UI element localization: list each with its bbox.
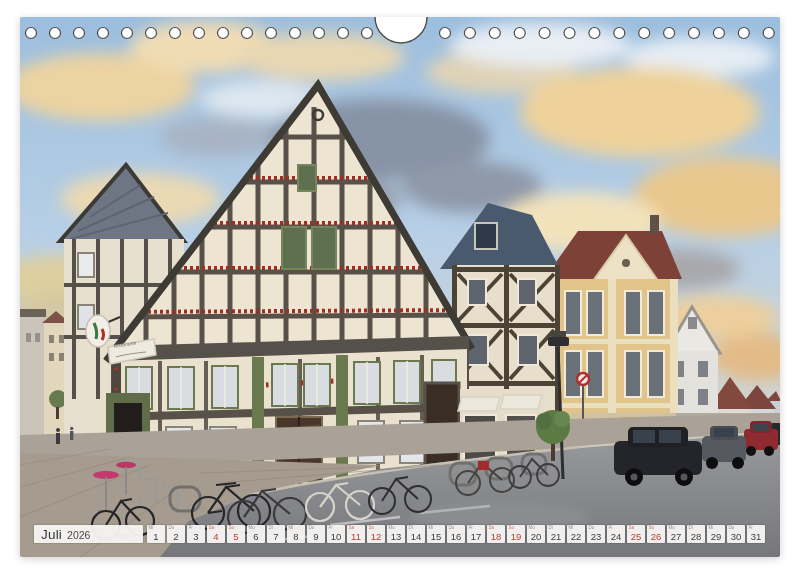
calendar-photo: Ristorante [20,17,780,557]
day-cell: So 26 [647,525,665,543]
day-number: 23 [587,532,605,542]
weekday-abbr: Sa [629,526,635,531]
day-cell: Sa 11 [347,525,365,543]
day-cell: Mo 13 [387,525,405,543]
day-number: 4 [207,532,225,542]
day-number: 1 [147,532,165,542]
weekday-abbr: Mo [669,526,675,531]
weekday-abbr: Do [729,526,735,531]
day-number: 20 [527,532,545,542]
month-label-box: Juli 2026 [34,525,143,543]
weekday-abbr: So [369,526,375,531]
day-cell: Sa 18 [487,525,505,543]
day-cell: Fr 3 [187,525,205,543]
weekday-abbr: So [229,526,235,531]
weekday-abbr: Mi [709,526,714,531]
day-cell: Do 16 [447,525,465,543]
day-number: 26 [647,532,665,542]
weekday-abbr: Do [309,526,315,531]
weekday-abbr: Mo [249,526,255,531]
day-number: 22 [567,532,585,542]
day-cell: Mo 27 [667,525,685,543]
awning [458,397,500,411]
day-cell: Mi 8 [287,525,305,543]
day-cell: Mi 29 [707,525,725,543]
day-number: 31 [747,532,765,542]
weekday-abbr: Di [269,526,273,531]
month-name: Juli [41,527,62,542]
day-cell: Fr 17 [467,525,485,543]
day-number: 5 [227,532,245,542]
weekday-abbr: Di [409,526,413,531]
day-number: 19 [507,532,525,542]
day-cell: So 5 [227,525,245,543]
day-cell: Mo 6 [247,525,265,543]
red-pannier [478,461,489,470]
day-number: 25 [627,532,645,542]
day-number: 10 [327,532,345,542]
day-cell: Mo 20 [527,525,545,543]
calendar-strip: Juli 2026 Mi 1 Do 2 Fr 3 Sa 4 So 5 Mo 6 … [34,525,765,543]
day-number: 6 [247,532,265,542]
day-cell: Fr 10 [327,525,345,543]
weekday-abbr: So [649,526,655,531]
day-number: 12 [367,532,385,542]
weekday-abbr: Do [449,526,455,531]
day-number: 11 [347,532,365,542]
day-number: 15 [427,532,445,542]
weekday-abbr: Mi [429,526,434,531]
day-number: 21 [547,532,565,542]
weekday-abbr: Fr [749,526,753,531]
day-number: 29 [707,532,725,542]
day-cell: Di 14 [407,525,425,543]
day-cell: Di 7 [267,525,285,543]
day-number: 14 [407,532,425,542]
day-cell: Mi 1 [147,525,165,543]
day-cell: Fr 31 [747,525,765,543]
day-number: 27 [667,532,685,542]
year-label: 2026 [67,529,90,541]
day-cell: Do 2 [167,525,185,543]
day-cell: Sa 4 [207,525,225,543]
weekday-abbr: Di [549,526,553,531]
day-number: 24 [607,532,625,542]
day-number: 18 [487,532,505,542]
weekday-abbr: Di [689,526,693,531]
weekday-abbr: Sa [489,526,495,531]
day-number: 16 [447,532,465,542]
weekday-abbr: Fr [329,526,333,531]
weekday-abbr: Mi [569,526,574,531]
day-cell: Mi 15 [427,525,445,543]
weekday-abbr: Mi [289,526,294,531]
calendar-page: Ristorante [0,0,800,577]
day-number: 13 [387,532,405,542]
day-cell: Di 28 [687,525,705,543]
weekday-abbr: Do [589,526,595,531]
day-number: 28 [687,532,705,542]
weekday-abbr: Mi [149,526,154,531]
weekday-abbr: Fr [469,526,473,531]
awning [500,395,542,409]
day-cell: So 12 [367,525,385,543]
day-number: 8 [287,532,305,542]
day-cell: Do 9 [307,525,325,543]
weekday-abbr: Fr [609,526,613,531]
weekday-abbr: Do [169,526,175,531]
day-cell: Mi 22 [567,525,585,543]
day-cells: Mi 1 Do 2 Fr 3 Sa 4 So 5 Mo 6 Di 7 Mi 8 … [147,525,765,543]
green-shutter-window [312,227,336,269]
weekday-abbr: Sa [349,526,355,531]
day-number: 9 [307,532,325,542]
weekday-abbr: Mo [529,526,535,531]
day-cell: Sa 25 [627,525,645,543]
day-cell: Fr 24 [607,525,625,543]
day-cell: Di 21 [547,525,565,543]
weekday-abbr: Mo [389,526,395,531]
day-cell: Do 23 [587,525,605,543]
green-shutter-window [282,227,306,269]
day-number: 7 [267,532,285,542]
weekday-abbr: Sa [209,526,215,531]
weekday-abbr: So [509,526,515,531]
day-number: 3 [187,532,205,542]
day-cell: So 19 [507,525,525,543]
